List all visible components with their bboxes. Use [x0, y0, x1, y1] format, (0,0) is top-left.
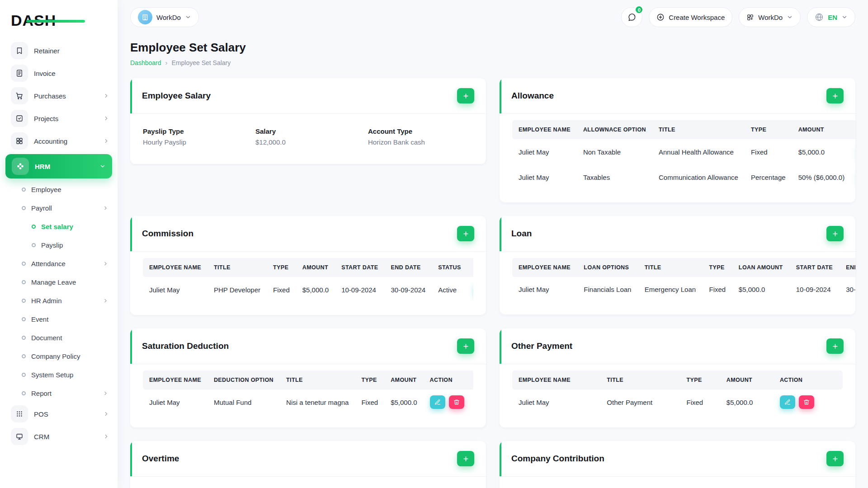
card-header: Allowance — [500, 78, 855, 114]
table-row: Juliet MayNon TaxableAnnual Health Allow… — [512, 139, 855, 164]
table-cell: PHP Developer — [208, 277, 267, 302]
chevron-down-icon — [841, 14, 848, 20]
column-header: Status — [432, 258, 467, 277]
workspace-dropdown[interactable]: WorkDo — [739, 7, 801, 27]
add-employee-salary-button[interactable] — [457, 88, 474, 103]
messages-button[interactable]: 0 — [621, 7, 642, 27]
card-title: Saturation Deduction — [142, 341, 229, 351]
add-overtime-button[interactable] — [457, 451, 474, 466]
sidebar-item-manage-leave[interactable]: Manage Leave — [0, 273, 118, 291]
column-header: Type — [267, 258, 296, 277]
retainer-icon — [11, 42, 28, 59]
trash-icon — [803, 399, 810, 405]
card-body — [130, 477, 486, 488]
sidebar-item-retainer[interactable]: Retainer — [0, 39, 118, 62]
table-row: Juliet MayFinancials LoanEmergency LoanF… — [512, 277, 855, 302]
add-saturation-deduction-button[interactable] — [457, 338, 474, 354]
sidebar-item-hr-admin[interactable]: HR Admin — [0, 291, 118, 310]
sidebar-item-label: Accounting — [34, 137, 97, 145]
table-row: Juliet MayOther PaymentFixed$5,000.0 — [512, 389, 843, 415]
sidebar-item-crm[interactable]: CRM — [0, 425, 118, 448]
field-label: Account Type — [368, 127, 473, 135]
column-header: Title — [652, 120, 745, 139]
sidebar-item-pos[interactable]: POS — [0, 403, 118, 425]
column-header: Action — [424, 371, 473, 389]
create-workspace-button[interactable]: Create Workspace — [649, 7, 732, 27]
sidebar-item-company-policy[interactable]: Company Policy — [0, 347, 118, 366]
table-cell: Percentage — [745, 164, 792, 190]
sidebar-item-set-salary[interactable]: Set salary — [0, 217, 118, 236]
chevron-right-icon — [103, 390, 108, 396]
invoice-icon — [11, 65, 28, 82]
logo[interactable]: DASH — [0, 0, 118, 38]
chevron-right-icon — [103, 433, 109, 440]
card-saturation-deduction: Saturation Deduction Employee NameDeduct… — [130, 328, 486, 427]
sidebar-item-label: Invoice — [34, 70, 109, 77]
bullet-icon — [32, 225, 36, 229]
pencil-icon — [434, 399, 441, 405]
sub-item-label: Report — [31, 389, 97, 397]
workspace-selector[interactable]: WorkDo — [130, 7, 199, 27]
card-body: Employee NameTitleTypeAmountActionJuliet… — [500, 364, 855, 427]
sidebar-item-label: Projects — [34, 115, 97, 122]
column-header: End Date — [384, 258, 432, 277]
sidebar-item-label: Purchases — [34, 92, 97, 100]
language-selector[interactable]: EN — [807, 7, 855, 27]
plus-icon — [832, 455, 839, 462]
sidebar-item-payslip[interactable]: Payslip — [0, 236, 118, 254]
sidebar-item-system-setup[interactable]: System Setup — [0, 366, 118, 384]
field-value: Horizon Bank cash — [368, 138, 473, 146]
edit-row-button[interactable] — [430, 395, 445, 409]
table-cell: Fixed — [703, 277, 732, 302]
card-header: Employee Salary — [130, 78, 486, 114]
table-cell: Non Taxable — [577, 139, 652, 164]
create-workspace-label: Create Workspace — [669, 14, 725, 21]
saturation-deduction-table: Employee NameDeduction OptionTitleTypeAm… — [143, 371, 473, 415]
bullet-icon — [22, 188, 26, 192]
add-other-payment-button[interactable] — [826, 338, 844, 354]
breadcrumb-dashboard-link[interactable]: Dashboard — [130, 59, 161, 66]
sidebar-item-projects[interactable]: Projects — [0, 107, 118, 130]
sidebar-item-payroll[interactable]: Payroll — [0, 199, 118, 217]
sidebar-item-event[interactable]: Event — [0, 310, 118, 328]
card-company-contribution: Company Contribution — [500, 441, 855, 488]
card-loan: Loan Employee NameLoan OptionsTitleTypeL… — [500, 216, 855, 314]
column-header: Amount — [792, 120, 851, 139]
table-cell: 10-09-2024 — [790, 277, 840, 302]
circle-plus-icon — [656, 13, 665, 21]
sidebar-item-invoice[interactable]: Invoice — [0, 62, 118, 84]
sidebar-item-report[interactable]: Report — [0, 384, 118, 403]
sidebar-item-attendance[interactable]: Attendance — [0, 254, 118, 273]
card-header: Overtime — [130, 441, 486, 477]
field-salary: Salary $12,000.0 — [255, 127, 361, 146]
table-cell: 30-09-2024 — [384, 277, 432, 302]
chevron-right-icon — [103, 411, 109, 417]
column-header: Type — [745, 120, 792, 139]
column-header: Employee Name — [512, 258, 577, 277]
bullet-icon — [22, 299, 26, 303]
add-allowance-button[interactable] — [826, 88, 844, 103]
sidebar-item-hrm[interactable]: HRM — [5, 154, 112, 178]
workspace-dropdown-label: WorkDo — [758, 14, 783, 21]
add-loan-button[interactable] — [826, 226, 844, 241]
column-header: Loan Options — [577, 258, 638, 277]
column-header: Start Date — [335, 258, 384, 277]
delete-row-button[interactable] — [799, 395, 814, 409]
card-body: Employee NameAllownace OptionTitleTypeAm… — [500, 114, 855, 202]
plus-icon — [462, 93, 469, 99]
edit-row-button[interactable] — [780, 395, 795, 409]
add-commission-button[interactable] — [457, 226, 474, 241]
sidebar-item-purchases[interactable]: Purchases — [0, 84, 118, 107]
card-employee-salary: Employee Salary Payslip Type Hourly Pays… — [130, 78, 486, 164]
add-company-contribution-button[interactable] — [826, 451, 844, 466]
delete-row-button[interactable] — [449, 395, 464, 409]
card-other-payment: Other Payment Employee NameTitleTypeAmou… — [500, 328, 855, 427]
row-actions — [467, 277, 473, 302]
data-table: Employee NameLoan OptionsTitleTypeLoan A… — [512, 258, 855, 302]
sidebar-item-accounting[interactable]: Accounting — [0, 130, 118, 152]
data-table: Employee NameAllownace OptionTitleTypeAm… — [512, 120, 855, 190]
table-cell: Juliet May — [143, 389, 208, 415]
sidebar-item-label: Retainer — [34, 47, 109, 55]
sidebar-item-employee[interactable]: Employee — [0, 180, 118, 199]
sidebar-item-document[interactable]: Document — [0, 328, 118, 347]
